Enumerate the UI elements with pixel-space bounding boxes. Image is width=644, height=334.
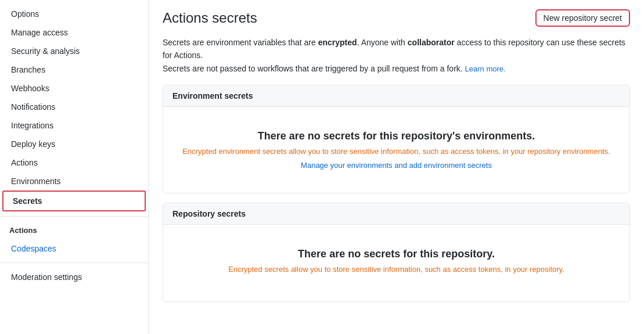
sidebar-item-branches[interactable]: Branches: [0, 60, 148, 79]
sidebar-item-moderation-settings[interactable]: Moderation settings: [0, 268, 148, 286]
environment-secrets-header: Environment secrets: [163, 85, 629, 107]
sidebar-divider: [0, 216, 148, 217]
repository-secrets-section: Repository secrets There are no secrets …: [163, 203, 630, 302]
actions-section-label: Actions: [0, 221, 148, 239]
sidebar-item-actions[interactable]: Actions: [0, 153, 148, 172]
environment-secrets-empty-desc: Encrypted environment secrets allow you …: [172, 147, 620, 156]
sidebar-item-secrets[interactable]: Secrets: [2, 191, 146, 211]
sidebar-item-options[interactable]: Options: [0, 5, 148, 23]
sidebar-item-environments[interactable]: Environments: [0, 172, 148, 191]
sidebar-item-codespaces[interactable]: Codespaces: [0, 239, 148, 258]
sidebar-divider-2: [0, 263, 148, 263]
new-repository-secret-button[interactable]: New repository secret: [535, 9, 630, 27]
repository-secrets-empty-title: There are no secrets for this repository…: [172, 248, 620, 260]
environment-secrets-empty-title: There are no secrets for this repository…: [172, 130, 620, 142]
manage-environments-link[interactable]: Manage your environments and add environ…: [301, 161, 492, 170]
page-header: Actions secrets New repository secret: [163, 9, 630, 27]
desc-bold-collaborator: collaborator: [408, 38, 455, 47]
sidebar-item-integrations[interactable]: Integrations: [0, 116, 148, 135]
learn-more-link[interactable]: Learn more.: [465, 64, 506, 73]
sidebar-item-deploy-keys[interactable]: Deploy keys: [0, 135, 148, 153]
sidebar-item-manage-access[interactable]: Manage access: [0, 23, 148, 42]
environment-secrets-section: Environment secrets There are no secrets…: [163, 85, 630, 193]
environment-secrets-body: There are no secrets for this repository…: [163, 107, 629, 193]
desc-line2-before: Secrets are not passed to workflows that…: [163, 64, 465, 73]
desc-line1-middle: . Anyone with: [357, 38, 408, 47]
description-block: Secrets are environment variables that a…: [163, 36, 630, 76]
desc-bold-encrypted: encrypted: [318, 38, 357, 47]
sidebar-item-webhooks[interactable]: Webhooks: [0, 79, 148, 98]
sidebar-item-notifications[interactable]: Notifications: [0, 98, 148, 116]
page-title: Actions secrets: [163, 10, 257, 26]
desc-line1-before: Secrets are environment variables that a…: [163, 38, 318, 47]
repository-secrets-body: There are no secrets for this repository…: [163, 225, 629, 301]
repository-secrets-empty-desc: Encrypted secrets allow you to store sen…: [172, 265, 620, 274]
repository-secrets-header: Repository secrets: [163, 203, 629, 225]
main-content: Actions secrets New repository secret Se…: [149, 0, 644, 334]
sidebar-item-security-analysis[interactable]: Security & analysis: [0, 42, 148, 60]
sidebar: OptionsManage accessSecurity & analysisB…: [0, 0, 149, 334]
